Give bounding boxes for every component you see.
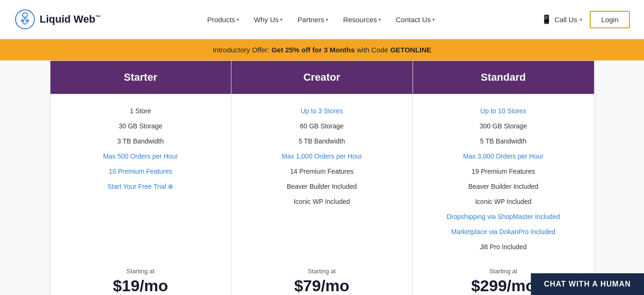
feature-beaver: Beaver Builder Included xyxy=(239,179,405,194)
nav-contact-us[interactable]: Contact Us ▾ xyxy=(389,12,441,27)
feature-premium: 19 Premium Features xyxy=(421,164,586,179)
feature-jilt: Jilt Pro Included xyxy=(421,239,586,254)
free-trial-link[interactable]: Start Your Free Trial ⊕ xyxy=(58,179,223,194)
pricing-section: Starter 1 Store 30 GB Storage 3 TB Bandw… xyxy=(0,60,644,295)
feature-dropshipping: Dropshipping via ShopMaster Included xyxy=(421,209,586,224)
logo-icon xyxy=(14,8,36,30)
arrow-circle-icon: ⊕ xyxy=(168,183,173,190)
plan-standard-features: Up to 10 Stores 300 GB Storage 5 TB Band… xyxy=(413,94,594,259)
feature-beaver: Beaver Builder Included xyxy=(421,179,586,194)
feature-orders: Max 3,000 Orders per Hour xyxy=(421,149,586,164)
plan-starter-features: 1 Store 30 GB Storage 3 TB Bandwidth Max… xyxy=(50,94,231,259)
feature-bandwidth: 3 TB Bandwidth xyxy=(58,134,223,149)
chevron-down-icon: ▾ xyxy=(237,17,239,22)
plan-starter-header: Starter xyxy=(50,61,231,94)
nav-why-us[interactable]: Why Us ▾ xyxy=(248,12,289,27)
nav-partners[interactable]: Partners ▾ xyxy=(291,12,335,27)
plan-starter-pricing: Starting at $19/mo xyxy=(50,259,231,295)
plan-creator-features: Up to 3 Stores 60 GB Storage 5 TB Bandwi… xyxy=(231,94,413,259)
feature-storage: 300 GB Storage xyxy=(421,118,586,134)
logo-text: Liquid Web™ xyxy=(40,13,100,25)
call-us[interactable]: 📱 Call Us ▾ xyxy=(541,14,582,25)
plan-creator-header: Creator xyxy=(231,61,413,94)
nav-products[interactable]: Products ▾ xyxy=(200,12,245,27)
nav-resources[interactable]: Resources ▾ xyxy=(337,12,388,27)
plan-standard: Standard Up to 10 Stores 300 GB Storage … xyxy=(413,60,594,295)
navbar: Liquid Web™ Products ▾ Why Us ▾ Partners… xyxy=(0,0,644,39)
feature-stores: 1 Store xyxy=(58,103,223,118)
feature-iconic: Iconic WP Included xyxy=(239,194,405,209)
promo-banner: Introductory Offer: Get 25% off for 3 Mo… xyxy=(0,39,644,60)
feature-premium: 14 Premium Features xyxy=(239,164,405,179)
feature-marketplace: Marketplace via DokanPro Included xyxy=(421,224,586,239)
feature-bandwidth: 5 TB Bandwidth xyxy=(239,134,405,149)
chat-widget[interactable]: CHAT WITH A HUMAN xyxy=(531,273,644,295)
main-nav: Products ▾ Why Us ▾ Partners ▾ Resources… xyxy=(200,12,441,27)
feature-stores: Up to 3 Stores xyxy=(239,103,405,118)
chevron-down-icon: ▾ xyxy=(379,17,381,22)
feature-storage: 30 GB Storage xyxy=(58,118,223,134)
chevron-down-icon: ▾ xyxy=(280,17,282,22)
chevron-down-icon: ▾ xyxy=(432,17,435,22)
plan-starter: Starter 1 Store 30 GB Storage 3 TB Bandw… xyxy=(50,60,231,295)
plan-creator-pricing: Starting at $79/mo xyxy=(231,259,413,295)
feature-storage: 60 GB Storage xyxy=(239,118,405,134)
login-button[interactable]: Login xyxy=(590,11,630,28)
feature-orders: Max 500 Orders per Hour xyxy=(58,149,223,164)
navbar-logo-area: Liquid Web™ xyxy=(14,8,100,30)
feature-iconic: Iconic WP Included xyxy=(421,194,586,209)
navbar-right: 📱 Call Us ▾ Login xyxy=(541,11,630,28)
feature-bandwidth: 5 TB Bandwidth xyxy=(421,134,586,149)
chevron-down-icon: ▾ xyxy=(580,17,582,22)
feature-stores: Up to 10 Stores xyxy=(421,103,586,118)
feature-premium: 10 Premium Features xyxy=(58,164,223,179)
plan-standard-header: Standard xyxy=(413,61,594,94)
phone-icon: 📱 xyxy=(541,14,552,25)
chevron-down-icon: ▾ xyxy=(326,17,328,22)
plan-creator: Creator Up to 3 Stores 60 GB Storage 5 T… xyxy=(231,60,413,295)
feature-orders: Max 1,000 Orders per Hour xyxy=(239,149,405,164)
